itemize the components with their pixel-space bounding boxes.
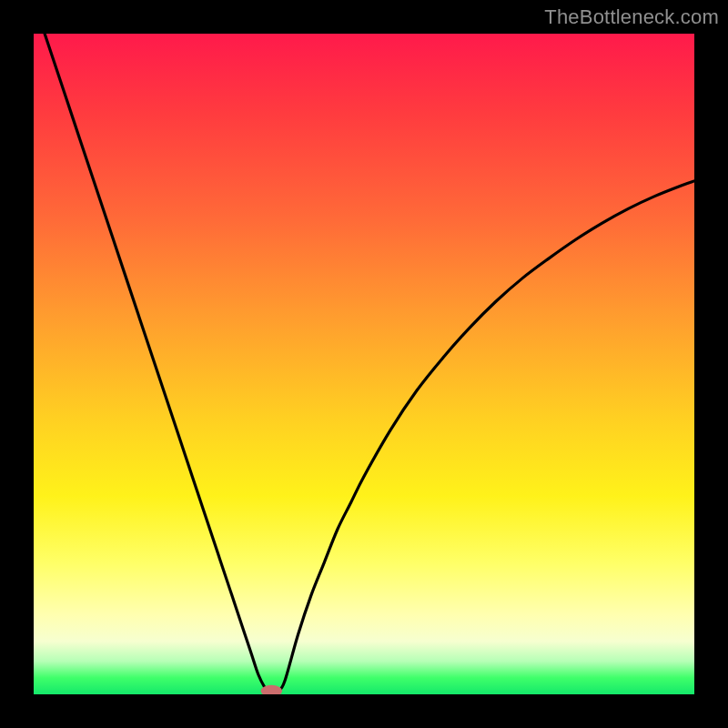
watermark-text: TheBottleneck.com bbox=[544, 5, 719, 29]
chart-frame: TheBottleneck.com bbox=[0, 0, 728, 728]
chart-gradient-background bbox=[34, 34, 694, 694]
